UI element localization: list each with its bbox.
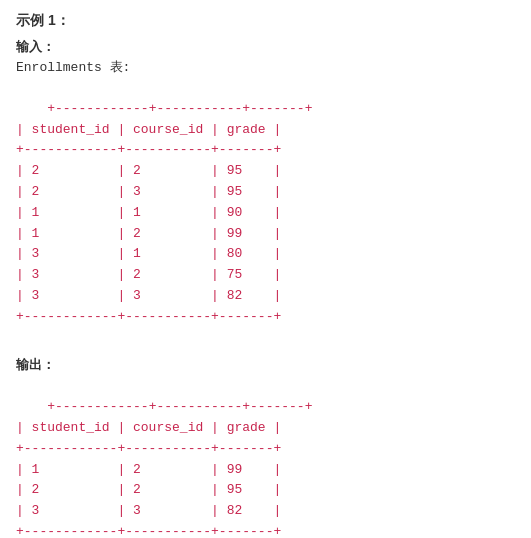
output-row-3: | 3 | 3 | 82 |: [16, 503, 281, 518]
input-row-3: | 1 | 1 | 90 |: [16, 205, 281, 220]
input-row-7: | 3 | 3 | 82 |: [16, 288, 281, 303]
example-section: 示例 1： 输入： Enrollments 表: +------------+-…: [16, 12, 515, 538]
input-row-4: | 1 | 2 | 99 |: [16, 226, 281, 241]
example-title: 示例 1：: [16, 12, 515, 30]
output-table: +------------+-----------+-------+ | stu…: [16, 376, 515, 538]
input-table: +------------+-----------+-------+ | stu…: [16, 78, 515, 348]
input-label: 输入：: [16, 38, 515, 56]
output-sep-top: +------------+-----------+-------+: [47, 399, 312, 414]
output-row-2: | 2 | 2 | 95 |: [16, 482, 281, 497]
input-row-1: | 2 | 2 | 95 |: [16, 163, 281, 178]
input-header: | student_id | course_id | grade |: [16, 122, 281, 137]
output-sep-bottom: +------------+-----------+-------+: [16, 524, 281, 538]
input-row-5: | 3 | 1 | 80 |: [16, 246, 281, 261]
input-row-6: | 3 | 2 | 75 |: [16, 267, 281, 282]
output-label: 输出：: [16, 356, 515, 374]
output-sep-header: +------------+-----------+-------+: [16, 441, 281, 456]
input-sep-bottom: +------------+-----------+-------+: [16, 309, 281, 324]
input-sep-header: +------------+-----------+-------+: [16, 142, 281, 157]
table-label: Enrollments 表:: [16, 58, 515, 76]
input-row-2: | 2 | 3 | 95 |: [16, 184, 281, 199]
output-row-1: | 1 | 2 | 99 |: [16, 462, 281, 477]
input-sep-top: +------------+-----------+-------+: [47, 101, 312, 116]
output-header: | student_id | course_id | grade |: [16, 420, 281, 435]
